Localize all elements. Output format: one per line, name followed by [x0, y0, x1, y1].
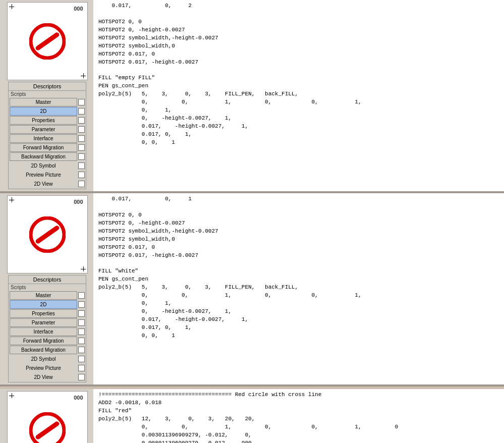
corner-tl-3: [9, 393, 14, 398]
corner-tl-2: [9, 197, 14, 202]
row-iface-2: Interface: [10, 327, 85, 336]
desc-panel-1: Descriptors Scripts Master 2D Properties…: [8, 82, 86, 189]
label1: 000: [74, 6, 83, 12]
left-1: 000 Descriptors Scripts Master 2D: [0, 0, 93, 191]
corner-br-1: [81, 73, 86, 78]
left-2: 000 Descriptors Scripts Master 2D: [0, 193, 93, 384]
section-1: 000 Descriptors Scripts Master 2D: [0, 0, 504, 193]
chk-props-s1[interactable]: [78, 117, 85, 124]
chk-master-s1[interactable]: [78, 99, 85, 105]
desc-title-2: Descriptors: [9, 275, 86, 284]
btn-fwd-s1[interactable]: Forward Migration: [10, 143, 77, 152]
btn-2d-s2[interactable]: 2D: [10, 300, 77, 309]
chk-2dview-s1[interactable]: [78, 181, 85, 187]
btn-master-s1[interactable]: Master: [10, 98, 77, 106]
svg-line-4: [38, 34, 57, 47]
chk-fwd-s2[interactable]: [78, 338, 85, 344]
btn-bwd-s1[interactable]: Backward Migration: [10, 152, 77, 161]
row-iface-1: Interface: [10, 134, 85, 143]
btn-fwd-s2[interactable]: Forward Migration: [10, 337, 77, 345]
left-3: 000 Details Parameters Migration Com: [0, 389, 93, 443]
row-bwd-1: Backward Migration: [10, 152, 85, 161]
btn-iface-s1[interactable]: Interface: [10, 134, 77, 143]
scripts-lbl-2: Scripts: [9, 284, 86, 291]
chk-prevpic-s1[interactable]: [78, 172, 85, 178]
corner-tl-1: [9, 4, 14, 9]
row-2dsym-1: 2D Symbol: [10, 161, 85, 170]
chk-param-s1[interactable]: [78, 126, 85, 133]
chk-2d-s1[interactable]: [78, 108, 85, 115]
chk-param-s2[interactable]: [78, 319, 85, 326]
desc-panel-2: Descriptors Scripts Master 2D Properties…: [8, 275, 86, 382]
row-2dview-2: 2D View: [10, 373, 85, 381]
canvas-1: 000: [7, 2, 88, 80]
corner-br-2: [81, 266, 86, 271]
section-2: 000 Descriptors Scripts Master 2D: [0, 193, 504, 386]
btn-param-s1[interactable]: Parameter: [10, 125, 77, 134]
code-content-2: 0.017, 0, 1 HOTSPOT2 0, 0 HOTSPOT2 0, -h…: [98, 195, 499, 340]
code-content-3: !=======================================…: [98, 391, 499, 443]
row-2d-2: 2D: [10, 300, 85, 309]
row-2d-1: 2D: [10, 107, 85, 116]
chk-bwd-s2[interactable]: [78, 347, 85, 353]
chk-iface-s2[interactable]: [78, 328, 85, 335]
no-entry-3: [29, 412, 66, 444]
desc-title-1: Descriptors: [9, 82, 86, 91]
code-content-1: 0.017, 0, 2 HOTSPOT2 0, 0 HOTSPOT2 0, -h…: [98, 2, 499, 147]
row-2dsym-2: 2D Symbol: [10, 355, 85, 363]
row-props-1: Properties: [10, 116, 85, 125]
scripts-lbl-1: Scripts: [9, 91, 86, 97]
canvas-2: 000: [7, 195, 88, 273]
full-layout: 000 Descriptors Scripts Master 2D: [0, 0, 504, 443]
btn-master-s2[interactable]: Master: [10, 291, 77, 300]
code-right-2: 0.017, 0, 1 HOTSPOT2 0, 0 HOTSPOT2 0, -h…: [93, 193, 504, 384]
label3: 000: [74, 395, 83, 401]
btn-props-s2[interactable]: Properties: [10, 309, 77, 318]
row-fwd-1: Forward Migration: [10, 143, 85, 152]
chk-prevpic-s2[interactable]: [78, 365, 85, 371]
btn-bwd-s2[interactable]: Backward Migration: [10, 346, 77, 354]
btn-iface-s2[interactable]: Interface: [10, 327, 77, 336]
chk-master-s2[interactable]: [78, 292, 85, 299]
chk-2dsym-s1[interactable]: [78, 162, 85, 169]
row-master-1: Master: [10, 98, 85, 106]
row-2dview-1: 2D View: [10, 180, 85, 188]
row-param-2: Parameter: [10, 318, 85, 327]
chk-fwd-s1[interactable]: [78, 144, 85, 151]
chk-2d-s2[interactable]: [78, 301, 85, 308]
btn-2d-s1[interactable]: 2D: [10, 107, 77, 116]
svg-line-8: [38, 423, 57, 436]
row-prevpic-1: Preview Picture: [10, 171, 85, 179]
row-bwd-2: Backward Migration: [10, 346, 85, 354]
chk-props-s2[interactable]: [78, 310, 85, 317]
chk-2dview-s2[interactable]: [78, 374, 85, 380]
btn-props-s1[interactable]: Properties: [10, 116, 77, 125]
row-param-1: Parameter: [10, 125, 85, 134]
no-entry-1: [29, 23, 66, 60]
canvas-3: 000: [7, 391, 88, 443]
btn-param-s2[interactable]: Parameter: [10, 318, 77, 327]
no-entry-2: [29, 216, 66, 253]
row-prevpic-2: Preview Picture: [10, 364, 85, 372]
svg-line-6: [38, 228, 57, 241]
section-3: 000 Details Parameters Migration Com: [0, 389, 504, 443]
chk-2dsym-s2[interactable]: [78, 356, 85, 362]
label2: 000: [74, 199, 83, 205]
row-master-2: Master: [10, 291, 85, 300]
chk-bwd-s1[interactable]: [78, 153, 85, 160]
code-right-3: !=======================================…: [93, 389, 504, 443]
chk-iface-s1[interactable]: [78, 135, 85, 142]
row-fwd-2: Forward Migration: [10, 337, 85, 345]
row-props-2: Properties: [10, 309, 85, 318]
code-right-1: 0.017, 0, 2 HOTSPOT2 0, 0 HOTSPOT2 0, -h…: [93, 0, 504, 191]
